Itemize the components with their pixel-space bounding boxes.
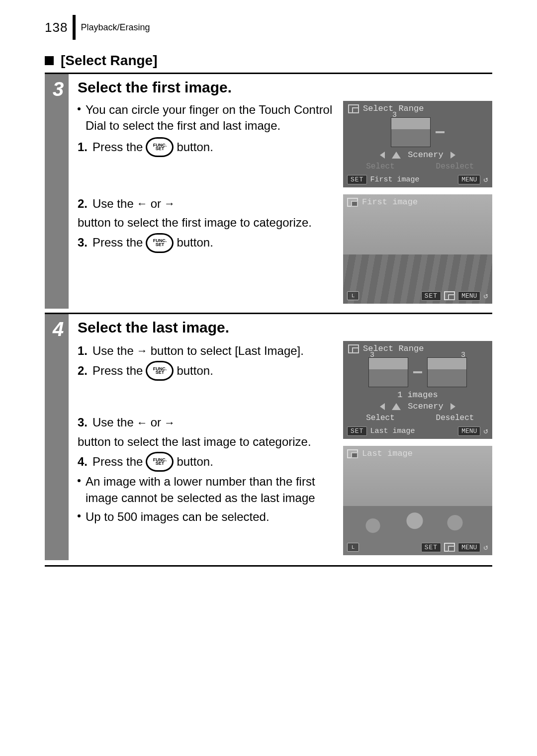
line-text: Press the bbox=[92, 235, 143, 251]
line-text: button to select the last image to categ… bbox=[78, 434, 311, 450]
set-tag: SET bbox=[347, 426, 367, 436]
triangle-left-icon bbox=[380, 152, 385, 159]
range-glyph-icon bbox=[444, 291, 455, 300]
step-3-text: You can circle your finger on the Touch … bbox=[78, 101, 333, 255]
page-header: 138 Playback/Erasing bbox=[45, 15, 492, 40]
range-glyph-icon bbox=[348, 344, 359, 353]
step-sub-number: 3. bbox=[78, 415, 88, 430]
step-sub-number: 4. bbox=[78, 454, 88, 470]
bullet-text: An image with a lower number than the fi… bbox=[86, 474, 333, 506]
quality-icon: L bbox=[347, 543, 359, 552]
range-glyph-icon bbox=[347, 198, 358, 207]
undo-icon: ↺ bbox=[483, 291, 488, 301]
set-tag: SET bbox=[421, 291, 441, 301]
func-bot: SET bbox=[156, 371, 165, 374]
breadcrumb: Playback/Erasing bbox=[81, 22, 150, 33]
step-sub-number: 2. bbox=[78, 363, 88, 379]
bullet-dot-icon bbox=[78, 107, 81, 110]
step-3-screens: Select Range 3 Scenery bbox=[343, 101, 492, 304]
func-set-button-icon: FUNC. SET bbox=[146, 137, 174, 157]
menu-tag: MENU bbox=[458, 291, 480, 301]
step-sub-number: 3. bbox=[78, 235, 88, 251]
manual-page: 138 Playback/Erasing [Select Range] 3 Se… bbox=[0, 0, 537, 756]
undo-icon: ↺ bbox=[483, 426, 488, 436]
camera-screen-select-range-last: Select Range 3 3 1 images bbox=[343, 341, 492, 439]
foot-label: Last image bbox=[370, 427, 415, 435]
arrow-left-icon: ← bbox=[137, 416, 148, 430]
func-set-button-icon: FUNC. SET bbox=[146, 452, 174, 472]
end-separator bbox=[45, 565, 492, 567]
line-text: or bbox=[151, 196, 161, 212]
line-text: or bbox=[151, 415, 161, 430]
ordered-line-1: 1. Use the → button to select [Last Imag… bbox=[78, 343, 333, 359]
func-bot: SET bbox=[156, 147, 165, 151]
triangle-right-icon bbox=[450, 152, 455, 159]
func-bot: SET bbox=[156, 462, 165, 465]
ordered-line-2: 2. Press the FUNC. SET button. bbox=[78, 361, 333, 381]
deselect-label: Deselect bbox=[418, 161, 492, 172]
line-text: Press the bbox=[92, 139, 143, 155]
category-label: Scenery bbox=[408, 402, 443, 411]
set-tag: SET bbox=[347, 175, 367, 184]
line-text: button. bbox=[177, 139, 213, 155]
line-text: button. bbox=[177, 235, 213, 251]
func-set-button-icon: FUNC. SET bbox=[146, 233, 174, 253]
menu-tag: MENU bbox=[458, 543, 480, 552]
line-text: button to select the first image to cate… bbox=[78, 215, 312, 231]
select-label: Select bbox=[343, 412, 418, 424]
thumbnail: 3 bbox=[427, 357, 467, 387]
thumb-badge: 3 bbox=[370, 351, 374, 359]
bullet-dot-icon bbox=[78, 479, 81, 482]
arrow-right-icon: → bbox=[164, 196, 175, 211]
screen-title: Last image bbox=[362, 449, 413, 458]
range-glyph-icon bbox=[347, 449, 358, 458]
select-label: Select bbox=[343, 161, 418, 172]
step-3: 3 Select the first image. You can circle… bbox=[45, 74, 492, 309]
step-4-title: Select the last image. bbox=[78, 319, 492, 336]
bullet-text: You can circle your finger on the Touch … bbox=[86, 102, 333, 134]
line-text: button. bbox=[177, 454, 213, 470]
ordered-line-2: 2. Use the ← or → button to select the f… bbox=[78, 196, 333, 231]
category-label: Scenery bbox=[408, 150, 443, 160]
line-text: Use the bbox=[92, 343, 134, 359]
bullet-item: You can circle your finger on the Touch … bbox=[78, 102, 333, 134]
triangle-right-icon bbox=[450, 403, 455, 410]
range-dash-icon bbox=[436, 131, 445, 133]
line-text: Use the bbox=[92, 196, 134, 212]
step-3-title: Select the first image. bbox=[78, 79, 492, 96]
step-4-screens: Select Range 3 3 1 images bbox=[343, 341, 492, 555]
line-text: button to select [Last Image]. bbox=[151, 343, 304, 359]
ordered-line-4: 4. Press the FUNC. SET button. bbox=[78, 452, 333, 472]
bullet-text: Up to 500 images can be selected. bbox=[86, 509, 269, 525]
step-sub-number: 2. bbox=[78, 196, 88, 212]
foot-label: First image bbox=[370, 175, 419, 184]
deselect-label: Deselect bbox=[418, 412, 492, 424]
set-tag: SET bbox=[421, 543, 441, 552]
undo-icon: ↺ bbox=[483, 174, 488, 184]
func-set-button-icon: FUNC. SET bbox=[146, 361, 174, 381]
arrow-right-icon: → bbox=[137, 343, 148, 358]
range-glyph-icon bbox=[444, 543, 455, 552]
step-number-badge: 4 bbox=[48, 314, 69, 560]
triangle-left-icon bbox=[380, 403, 385, 410]
line-text: Use the bbox=[92, 415, 134, 430]
thumbnail: 3 bbox=[391, 117, 431, 147]
section-title: [Select Range] bbox=[45, 53, 492, 69]
range-glyph-icon bbox=[348, 104, 359, 113]
camera-screen-first-image: First image L SET MENU ↺ bbox=[343, 194, 492, 304]
step-number-badge: 3 bbox=[48, 74, 69, 309]
ordered-line-3: 3. Use the ← or → button to select the l… bbox=[78, 415, 333, 450]
scenery-mountain-icon bbox=[392, 403, 401, 410]
bullet-item: An image with a lower number than the fi… bbox=[78, 474, 333, 506]
camera-screen-select-range: Select Range 3 Scenery bbox=[343, 101, 492, 187]
ordered-line-1: 1. Press the FUNC. SET button. bbox=[78, 137, 333, 157]
screen-title: First image bbox=[362, 197, 418, 207]
count-label: 1 images bbox=[397, 390, 438, 400]
page-number: 138 bbox=[45, 20, 68, 35]
undo-icon: ↺ bbox=[483, 542, 488, 552]
camera-screen-last-image: Last image L SET MENU ↺ bbox=[343, 446, 492, 555]
line-text: button. bbox=[177, 363, 213, 379]
arrow-right-icon: → bbox=[164, 416, 175, 430]
scenery-mountain-icon bbox=[392, 152, 401, 159]
thumb-badge: 3 bbox=[461, 351, 465, 359]
